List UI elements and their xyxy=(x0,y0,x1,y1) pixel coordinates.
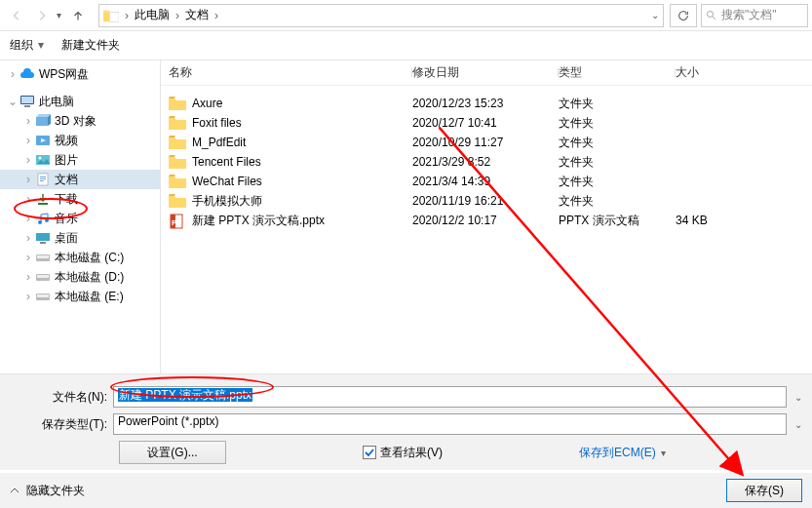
file-date: 2020/12/2 10:17 xyxy=(412,214,559,227)
item-icon xyxy=(35,289,51,304)
folder-icon xyxy=(169,194,186,208)
breadcrumb-sep: › xyxy=(123,9,131,22)
item-icon xyxy=(35,230,51,246)
svg-rect-28 xyxy=(364,447,376,459)
file-size: 34 KB xyxy=(676,214,754,227)
chevron-down-icon: ▾ xyxy=(38,38,44,52)
search-icon xyxy=(706,10,717,21)
chevron-right-icon: › xyxy=(21,134,35,147)
sidebar-item-label: 桌面 xyxy=(55,230,78,247)
filename-input[interactable]: 新建 PPTX 演示文稿.pptx xyxy=(113,386,787,408)
item-icon xyxy=(35,113,51,129)
savetype-select[interactable]: PowerPoint (*.pptx) xyxy=(113,413,787,435)
breadcrumb-sep: › xyxy=(174,9,181,22)
file-row[interactable]: WeChat Files 2021/3/4 14:39 文件夹 xyxy=(161,172,812,191)
folder-icon xyxy=(169,136,186,149)
sidebar-item[interactable]: › 本地磁盘 (C:) xyxy=(0,248,160,267)
sidebar-item[interactable]: › 本地磁盘 (D:) xyxy=(0,267,160,287)
file-name: 手机模拟大师 xyxy=(192,193,262,210)
file-row[interactable]: 手机模拟大师 2020/11/19 16:21 文件夹 xyxy=(161,191,812,211)
breadcrumb-this-pc[interactable]: 此电脑 xyxy=(131,7,174,23)
monitor-icon xyxy=(19,94,35,109)
pptx-icon: P xyxy=(169,214,186,227)
chevron-right-icon: › xyxy=(21,231,35,245)
file-date: 2021/3/4 14:39 xyxy=(412,175,559,188)
view-result-checkbox[interactable]: 查看结果(V) xyxy=(363,445,443,461)
address-dropdown-icon[interactable]: ⌄ xyxy=(651,10,659,20)
new-folder-button[interactable]: 新建文件夹 xyxy=(61,37,120,54)
svg-rect-4 xyxy=(21,97,33,103)
svg-rect-1 xyxy=(109,12,119,21)
forward-button[interactable] xyxy=(29,3,55,28)
chevron-down-icon: ▾ xyxy=(661,448,666,458)
sidebar-item[interactable]: › 视频 xyxy=(0,131,160,150)
cloud-icon xyxy=(19,66,35,82)
chevron-up-icon xyxy=(10,486,19,495)
folder-icon xyxy=(169,175,186,188)
back-button[interactable] xyxy=(4,3,29,28)
history-dropdown-icon[interactable]: ▾ xyxy=(57,10,61,20)
file-date: 2021/3/29 8:52 xyxy=(412,155,559,169)
organize-button[interactable]: 组织 ▾ xyxy=(10,37,44,54)
sidebar-item[interactable]: › 3D 对象 xyxy=(0,111,160,131)
svg-text:P: P xyxy=(172,218,177,227)
sidebar-item[interactable]: › 文档 xyxy=(0,170,160,189)
file-row[interactable]: M_PdfEdit 2020/10/29 11:27 文件夹 xyxy=(161,133,812,152)
sidebar-item[interactable]: › 音乐 xyxy=(0,209,160,228)
file-row[interactable]: Foxit files 2020/12/7 10:41 文件夹 xyxy=(161,113,812,133)
save-button[interactable]: 保存(S) xyxy=(726,479,802,502)
search-input[interactable]: 搜索"文档" xyxy=(701,4,808,27)
filename-dropdown-icon[interactable]: ⌄ xyxy=(794,392,802,403)
file-row[interactable]: Axure 2020/12/23 15:23 文件夹 xyxy=(161,94,812,113)
search-placeholder: 搜索"文档" xyxy=(721,7,777,23)
svg-rect-17 xyxy=(36,233,50,241)
chevron-right-icon: › xyxy=(21,192,35,206)
svg-rect-20 xyxy=(37,255,49,258)
column-name[interactable]: 名称 xyxy=(169,64,412,81)
sidebar-item-label: 下载 xyxy=(55,191,78,208)
sidebar-item-label: 图片 xyxy=(55,152,78,169)
sidebar-item-label: 文档 xyxy=(55,172,78,188)
sidebar-item-label: 本地磁盘 (C:) xyxy=(55,250,124,266)
sidebar-item[interactable]: › 本地磁盘 (E:) xyxy=(0,287,160,306)
sidebar: › WPS网盘 ⌄ 此电脑 › 3D 对象 › 视频 › 图片 › 文档 xyxy=(0,60,161,373)
folder-icon xyxy=(169,116,186,130)
file-date: 2020/10/29 11:27 xyxy=(412,136,559,149)
file-date: 2020/12/7 10:41 xyxy=(412,116,559,130)
item-icon xyxy=(35,211,51,226)
sidebar-item-wps[interactable]: › WPS网盘 xyxy=(0,64,160,84)
settings-button[interactable]: 设置(G)... xyxy=(119,441,226,464)
column-date[interactable]: 修改日期 xyxy=(412,64,559,81)
svg-rect-18 xyxy=(40,242,46,244)
folder-icon xyxy=(103,9,119,22)
up-button[interactable] xyxy=(65,3,91,28)
file-date: 2020/11/19 16:21 xyxy=(412,194,559,208)
refresh-button[interactable] xyxy=(670,4,697,27)
chevron-right-icon: › xyxy=(21,212,35,225)
file-row[interactable]: Tencent Files 2021/3/29 8:52 文件夹 xyxy=(161,152,812,172)
savetype-dropdown-icon[interactable]: ⌄ xyxy=(794,419,802,430)
svg-rect-12 xyxy=(40,178,46,179)
sidebar-item-label: 本地磁盘 (E:) xyxy=(55,289,124,305)
address-bar[interactable]: › 此电脑 › 文档 › ⌄ xyxy=(98,4,664,27)
chevron-right-icon: › xyxy=(21,290,35,303)
item-icon xyxy=(35,152,51,168)
sidebar-item[interactable]: › 下载 xyxy=(0,189,160,209)
file-name: M_PdfEdit xyxy=(192,136,246,149)
file-type: 文件夹 xyxy=(559,135,676,151)
column-size[interactable]: 大小 xyxy=(676,64,754,81)
file-row[interactable]: P新建 PPTX 演示文稿.pptx 2020/12/2 10:17 PPTX … xyxy=(161,211,812,230)
hide-folders-toggle[interactable]: 隐藏文件夹 xyxy=(10,483,85,499)
column-type[interactable]: 类型 xyxy=(559,64,676,81)
sidebar-item[interactable]: › 图片 xyxy=(0,150,160,170)
breadcrumb-documents[interactable]: 文档 xyxy=(181,7,213,23)
sidebar-item[interactable]: › 桌面 xyxy=(0,228,160,248)
svg-rect-11 xyxy=(40,176,46,177)
svg-point-9 xyxy=(39,157,42,160)
chevron-right-icon: › xyxy=(21,173,35,186)
save-to-ecm-link[interactable]: 保存到ECM(E) ▾ xyxy=(579,445,666,461)
svg-point-16 xyxy=(45,218,49,222)
item-icon xyxy=(35,250,51,265)
sidebar-item-this-pc[interactable]: ⌄ 此电脑 xyxy=(0,92,160,111)
file-date: 2020/12/23 15:23 xyxy=(412,97,559,110)
